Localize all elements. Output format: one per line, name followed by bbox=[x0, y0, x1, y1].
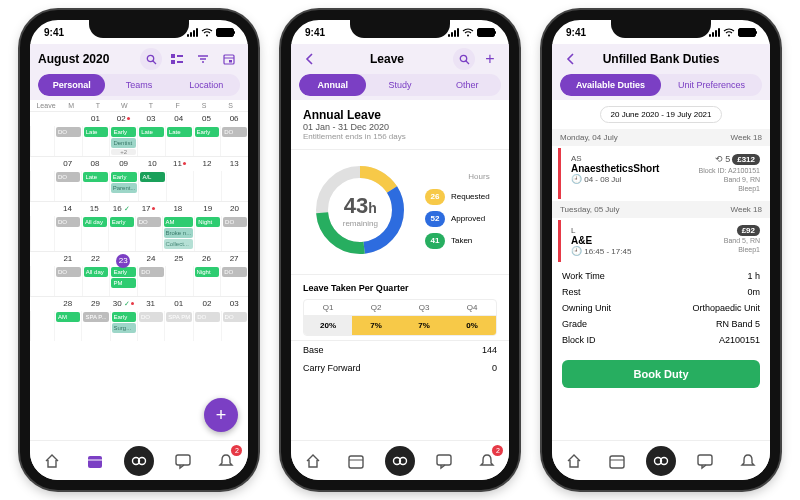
calendar-cell[interactable]: DO bbox=[193, 311, 220, 341]
shift-chip[interactable]: Broke n... bbox=[164, 228, 194, 238]
calendar-cell[interactable]: DO bbox=[220, 266, 248, 296]
shift-chip[interactable]: Early bbox=[111, 127, 136, 137]
shift-chip[interactable]: DO bbox=[222, 127, 247, 137]
calendar-cell[interactable]: DO bbox=[220, 126, 248, 156]
bell-icon[interactable]: 2 bbox=[212, 447, 240, 475]
chat-icon[interactable] bbox=[430, 447, 458, 475]
calendar-cell[interactable]: DO bbox=[137, 311, 164, 341]
tab-available[interactable]: Available Duties bbox=[560, 74, 661, 96]
shift-chip[interactable]: Early bbox=[112, 312, 136, 322]
calendar-cell[interactable]: DO bbox=[135, 216, 162, 251]
shift-chip[interactable]: Early bbox=[195, 127, 220, 137]
shift-chip[interactable]: AM bbox=[164, 217, 194, 227]
calendar-cell[interactable]: DO bbox=[54, 266, 82, 296]
calendar-cell[interactable]: DO bbox=[221, 311, 248, 341]
tab-other[interactable]: Other bbox=[434, 74, 501, 96]
calendar-cell[interactable]: EarlyPM bbox=[109, 266, 137, 296]
calendar-cell[interactable] bbox=[221, 171, 248, 201]
chat-icon[interactable] bbox=[691, 447, 719, 475]
shift-chip[interactable]: PM bbox=[111, 278, 136, 288]
month-title[interactable]: August 2020 bbox=[38, 52, 136, 66]
shift-chip[interactable]: DO bbox=[56, 172, 80, 182]
shift-chip[interactable]: DO bbox=[195, 312, 219, 322]
book-duty-button[interactable]: Book Duty bbox=[562, 360, 760, 388]
shift-chip[interactable]: Dentist bbox=[111, 138, 136, 148]
shift-chip[interactable]: DO bbox=[56, 217, 80, 227]
home-icon[interactable] bbox=[38, 447, 66, 475]
shift-chip[interactable]: Collect... bbox=[164, 239, 194, 249]
tab-study[interactable]: Study bbox=[366, 74, 433, 96]
shift-chip[interactable]: Late bbox=[84, 127, 109, 137]
calendar-icon[interactable] bbox=[81, 447, 109, 475]
shift-chip[interactable]: Early bbox=[111, 267, 136, 277]
back-icon[interactable] bbox=[560, 48, 582, 70]
loop-icon[interactable] bbox=[646, 446, 676, 476]
shift-chip[interactable]: AM bbox=[56, 312, 80, 322]
tab-teams[interactable]: Teams bbox=[105, 74, 172, 96]
calendar-cell[interactable]: Night bbox=[193, 266, 221, 296]
calendar-cell[interactable]: DO bbox=[137, 266, 165, 296]
loop-icon[interactable] bbox=[124, 446, 154, 476]
list-view-icon[interactable] bbox=[166, 48, 188, 70]
calendar-cell[interactable] bbox=[193, 171, 220, 201]
shift-chip[interactable]: Parent... bbox=[111, 183, 138, 193]
shift-chip[interactable]: All day bbox=[84, 267, 109, 277]
tab-annual[interactable]: Annual bbox=[299, 74, 366, 96]
shift-chip[interactable]: Late bbox=[167, 127, 192, 137]
shift-chip[interactable]: +2 bbox=[111, 149, 136, 155]
calendar-cell[interactable]: DO bbox=[54, 171, 81, 201]
calendar-cell[interactable]: DO bbox=[54, 216, 81, 251]
shift-chip[interactable]: Surg... bbox=[112, 323, 136, 333]
calendar-cell[interactable]: DO bbox=[54, 126, 82, 156]
shift-chip[interactable]: SPA P... bbox=[83, 312, 108, 322]
calendar-cell[interactable]: All day bbox=[81, 216, 108, 251]
calendar-cell[interactable]: All day bbox=[82, 266, 110, 296]
duty-card[interactable]: ASAnaestheticsShort🕘 04 - 08 Jul⟲ 5 £312… bbox=[558, 148, 770, 199]
tab-location[interactable]: Location bbox=[173, 74, 240, 96]
today-icon[interactable] bbox=[218, 48, 240, 70]
calendar-icon[interactable] bbox=[603, 447, 631, 475]
calendar-cell[interactable]: SPA P... bbox=[81, 311, 109, 341]
calendar-cell[interactable]: Night bbox=[194, 216, 221, 251]
shift-chip[interactable]: Night bbox=[196, 217, 220, 227]
shift-chip[interactable]: All day bbox=[83, 217, 107, 227]
shift-chip[interactable]: DO bbox=[56, 267, 81, 277]
tab-personal[interactable]: Personal bbox=[38, 74, 105, 96]
calendar-cell[interactable]: Late bbox=[82, 126, 110, 156]
shift-chip[interactable]: Late bbox=[139, 127, 164, 137]
calendar-cell[interactable]: EarlyDentist+2 bbox=[109, 126, 137, 156]
bell-icon[interactable] bbox=[734, 447, 762, 475]
date-range-pill[interactable]: 20 June 2020 - 19 July 2021 bbox=[600, 106, 723, 123]
calendar-cell[interactable]: AMBroke n...Collect... bbox=[162, 216, 195, 251]
shift-chip[interactable]: DO bbox=[223, 312, 247, 322]
back-icon[interactable] bbox=[299, 48, 321, 70]
shift-chip[interactable]: DO bbox=[223, 217, 247, 227]
calendar-cell[interactable]: AM bbox=[54, 311, 81, 341]
calendar-cell[interactable]: EarlyParent... bbox=[109, 171, 139, 201]
shift-chip[interactable]: DO bbox=[137, 217, 161, 227]
filter-icon[interactable] bbox=[192, 48, 214, 70]
tab-preferences[interactable]: Unit Preferences bbox=[661, 74, 762, 96]
calendar-cell[interactable] bbox=[165, 266, 193, 296]
search-icon[interactable] bbox=[453, 48, 475, 70]
shift-chip[interactable]: DO bbox=[56, 127, 81, 137]
search-icon[interactable] bbox=[140, 48, 162, 70]
calendar-cell[interactable]: SPA PM bbox=[164, 311, 193, 341]
calendar-cell[interactable]: Early bbox=[108, 216, 135, 251]
shift-chip[interactable]: DO bbox=[139, 312, 163, 322]
shift-chip[interactable]: SPA PM bbox=[166, 312, 192, 322]
shift-chip[interactable]: Night bbox=[195, 267, 220, 277]
shift-chip[interactable]: Early bbox=[110, 217, 134, 227]
calendar-cell[interactable]: Early bbox=[193, 126, 221, 156]
duties-content[interactable]: 20 June 2020 - 19 July 2021 Monday, 04 J… bbox=[552, 100, 770, 440]
calendar-cell[interactable]: Late bbox=[81, 171, 108, 201]
shift-chip[interactable]: A/L bbox=[140, 172, 164, 182]
duty-card[interactable]: LA&E🕘 16:45 - 17:45£92Band 5, RNBleep1 bbox=[558, 220, 770, 262]
calendar-cell[interactable]: Late bbox=[165, 126, 193, 156]
shift-chip[interactable]: DO bbox=[222, 267, 247, 277]
shift-chip[interactable]: Late bbox=[83, 172, 107, 182]
leave-content[interactable]: Annual Leave 01 Jan - 31 Dec 2020 Entitl… bbox=[291, 100, 509, 440]
home-icon[interactable] bbox=[299, 447, 327, 475]
add-button[interactable]: + bbox=[204, 398, 238, 432]
shift-chip[interactable]: Early bbox=[111, 172, 138, 182]
